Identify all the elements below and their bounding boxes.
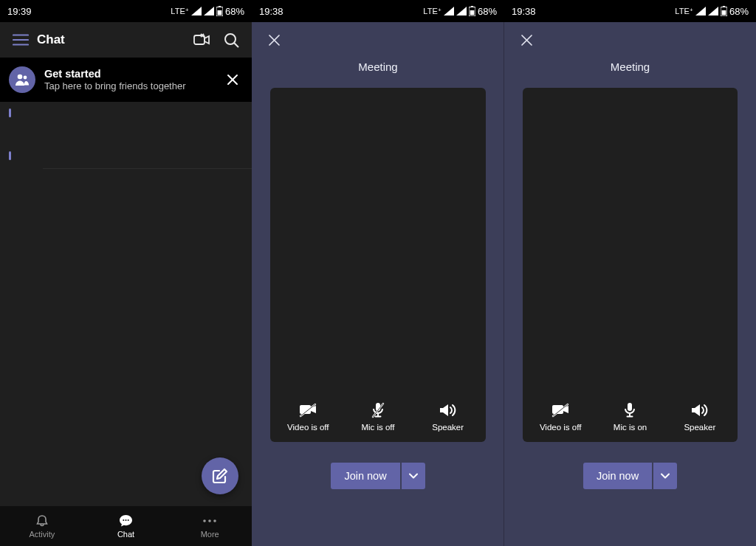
close-icon — [520, 34, 533, 46]
close-meeting-button[interactable] — [259, 25, 289, 55]
svg-rect-23 — [471, 6, 473, 7]
status-battery-pct: 68% — [729, 6, 749, 17]
svg-point-16 — [126, 519, 127, 521]
status-bar: 19:39 LTE+ 68% — [0, 0, 252, 22]
speaker-icon — [439, 403, 457, 418]
signal-icon — [456, 7, 467, 15]
svg-point-11 — [18, 75, 23, 80]
dismiss-banner-button[interactable] — [222, 65, 243, 94]
meeting-title: Meeting — [504, 58, 756, 88]
meet-now-button[interactable] — [187, 25, 216, 55]
status-bar: 19:38 LTE+ 68% — [252, 0, 504, 22]
close-meeting-button[interactable] — [512, 25, 541, 55]
svg-point-17 — [128, 519, 129, 521]
video-off-icon — [551, 403, 569, 418]
video-call-icon — [193, 33, 210, 46]
divider — [43, 168, 252, 169]
list-marker — [9, 151, 11, 160]
join-now-button[interactable]: Join now — [583, 463, 652, 489]
chat-screen: 19:39 LTE+ 68% Chat — [0, 0, 252, 546]
banner-subtitle: Tap here to bring friends together — [44, 80, 213, 91]
join-now-button[interactable]: Join now — [331, 463, 399, 489]
status-time: 19:39 — [7, 6, 32, 17]
page-title: Chat — [37, 32, 187, 47]
mic-off-icon — [371, 402, 385, 418]
join-options-button[interactable] — [653, 463, 677, 489]
join-options-button[interactable] — [402, 463, 425, 489]
more-icon — [202, 519, 217, 523]
nav-chat[interactable]: Chat — [84, 506, 168, 546]
control-label: Video is off — [540, 423, 581, 432]
close-icon — [268, 34, 281, 46]
toggle-mic-button[interactable]: Mic is off — [345, 402, 411, 432]
nav-label: Activity — [29, 530, 55, 539]
hamburger-icon — [13, 34, 29, 46]
group-avatar-icon — [9, 66, 35, 93]
svg-rect-36 — [723, 6, 725, 7]
audio-output-button[interactable]: Speaker — [415, 402, 481, 432]
list-marker — [9, 108, 11, 117]
new-chat-fab[interactable] — [202, 457, 238, 494]
search-button[interactable] — [216, 25, 246, 55]
chevron-down-icon — [409, 473, 418, 479]
camera-preview: Video is off Mic is off Speaker — [270, 88, 486, 442]
svg-point-19 — [208, 519, 211, 522]
control-label: Speaker — [432, 423, 464, 432]
nav-label: Chat — [117, 530, 134, 539]
camera-preview: Video is off Mic is on Speaker — [523, 88, 738, 442]
close-icon — [227, 74, 238, 86]
chat-topbar: Chat — [0, 22, 252, 58]
bell-icon — [35, 514, 49, 528]
status-time: 19:38 — [259, 6, 284, 17]
svg-point-9 — [225, 34, 236, 44]
control-label: Mic is on — [614, 423, 647, 432]
signal-icon — [191, 7, 202, 15]
control-label: Video is off — [287, 423, 329, 432]
status-network-label: LTE+ — [423, 7, 441, 15]
meeting-join-screen-mic-off: 19:38 LTE+ 68% Meeting Vi — [252, 0, 504, 546]
battery-icon — [721, 6, 727, 16]
nav-more[interactable]: More — [168, 506, 252, 546]
meeting-join-screen-mic-on: 19:38 LTE+ 68% Meeting Vi — [504, 0, 756, 546]
status-bar: 19:38 LTE+ 68% — [504, 0, 756, 22]
battery-icon — [469, 6, 475, 16]
status-network-label: LTE+ — [171, 7, 189, 15]
banner-title: Get started — [44, 68, 213, 80]
control-label: Mic is off — [361, 423, 394, 432]
get-started-banner[interactable]: Get started Tap here to bring friends to… — [0, 58, 252, 102]
svg-rect-42 — [628, 403, 632, 411]
svg-rect-22 — [470, 10, 475, 15]
search-icon — [224, 32, 239, 48]
audio-output-button[interactable]: Speaker — [667, 402, 733, 432]
nav-label: More — [201, 530, 219, 539]
toggle-video-button[interactable]: Video is off — [275, 402, 341, 432]
meeting-title: Meeting — [252, 58, 504, 88]
svg-rect-2 — [219, 6, 221, 7]
signal-icon — [708, 7, 718, 15]
svg-line-10 — [234, 43, 238, 47]
svg-rect-35 — [722, 10, 726, 15]
battery-icon — [216, 6, 223, 16]
mic-on-icon — [622, 402, 637, 418]
nav-activity[interactable]: Activity — [0, 506, 84, 546]
compose-icon — [212, 468, 228, 484]
status-battery-pct: 68% — [478, 6, 497, 17]
signal-icon — [695, 7, 706, 15]
toggle-mic-button[interactable]: Mic is on — [597, 402, 663, 432]
status-time: 19:38 — [512, 6, 536, 17]
signal-icon — [444, 7, 454, 15]
video-off-icon — [299, 403, 317, 418]
status-battery-pct: 68% — [225, 6, 244, 17]
svg-point-12 — [24, 76, 27, 80]
bottom-nav: Activity Chat More — [0, 506, 252, 546]
chat-icon — [119, 514, 133, 528]
signal-icon — [204, 7, 214, 15]
control-label: Speaker — [684, 423, 715, 432]
speaker-icon — [691, 403, 709, 418]
toggle-video-button[interactable]: Video is off — [527, 402, 594, 432]
svg-point-20 — [213, 519, 216, 522]
menu-button[interactable] — [6, 25, 35, 55]
svg-rect-1 — [218, 10, 222, 15]
svg-point-15 — [123, 519, 124, 521]
svg-point-18 — [203, 519, 206, 522]
